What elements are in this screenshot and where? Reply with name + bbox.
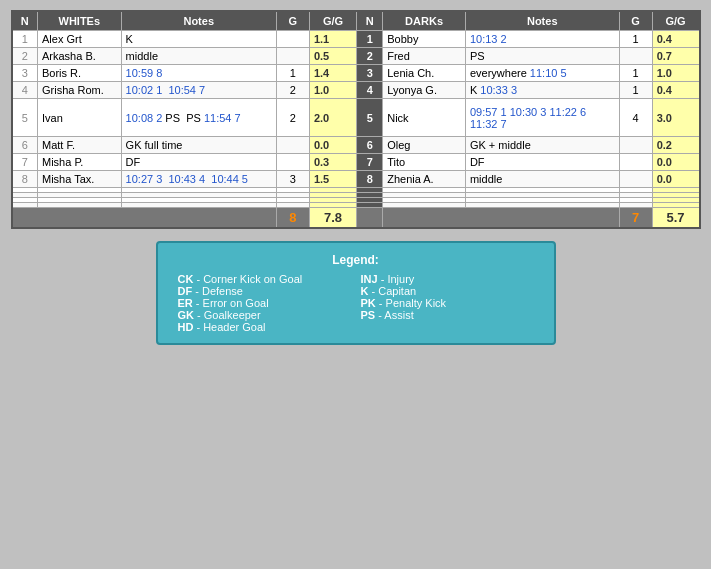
whites-n: 5 [12, 99, 38, 137]
whites-notes: middle [121, 48, 276, 65]
darks-g [619, 171, 652, 188]
whites-name: Alex Grt [38, 31, 122, 48]
legend-item-df: DF - Defense [178, 285, 351, 297]
whites-g: 2 [276, 82, 309, 99]
darks-notes: DF [465, 154, 619, 171]
darks-notes: everywhere 11:10 5 [465, 65, 619, 82]
table-row: 5 Ivan 10:08 2 PS PS 11:54 7 2 2.0 5 Nic… [12, 99, 700, 137]
whites-gg: 1.1 [309, 31, 356, 48]
whites-name: Grisha Rom. [38, 82, 122, 99]
whites-notes: 10:02 1 10:54 7 [121, 82, 276, 99]
col-header-darks-gg: G/G [652, 11, 699, 31]
whites-notes: 10:08 2 PS PS 11:54 7 [121, 99, 276, 137]
whites-gg: 0.5 [309, 48, 356, 65]
darks-g [619, 154, 652, 171]
footer-darks-goals: 7 [619, 208, 652, 229]
darks-notes: middle [465, 171, 619, 188]
whites-gg: 2.0 [309, 99, 356, 137]
whites-notes: DF [121, 154, 276, 171]
footer-darks-label [383, 208, 619, 229]
darks-name: Lenia Ch. [383, 65, 466, 82]
darks-g: 4 [619, 99, 652, 137]
darks-notes: PS [465, 48, 619, 65]
whites-notes: 10:59 8 [121, 65, 276, 82]
col-header-darks: DARKs [383, 11, 466, 31]
darks-notes: 10:13 2 [465, 31, 619, 48]
sep-n: 1 [357, 31, 383, 48]
footer-sep [357, 208, 383, 229]
legend-item-ps: PS - Assist [361, 309, 534, 321]
col-header-whites-gg: G/G [309, 11, 356, 31]
whites-n: 6 [12, 137, 38, 154]
footer-whites-goals: 8 [276, 208, 309, 229]
sep-n: 5 [357, 99, 383, 137]
whites-g: 1 [276, 65, 309, 82]
whites-g [276, 48, 309, 65]
col-header-sep: N [357, 11, 383, 31]
table-row: 8 Misha Tax. 10:27 3 10:43 4 10:44 5 3 1… [12, 171, 700, 188]
whites-notes: 10:27 3 10:43 4 10:44 5 [121, 171, 276, 188]
sep-n: 2 [357, 48, 383, 65]
whites-n: 3 [12, 65, 38, 82]
footer-whites-gg: 7.8 [309, 208, 356, 229]
darks-notes: K 10:33 3 [465, 82, 619, 99]
whites-gg: 1.0 [309, 82, 356, 99]
whites-g [276, 154, 309, 171]
sep-n: 7 [357, 154, 383, 171]
darks-name: Lyonya G. [383, 82, 466, 99]
legend-item-inj: INJ - Injury [361, 273, 534, 285]
whites-name: Ivan [38, 99, 122, 137]
whites-notes: K [121, 31, 276, 48]
darks-g: 1 [619, 65, 652, 82]
whites-name: Arkasha B. [38, 48, 122, 65]
table-row: 1 Alex Grt K 1.1 1 Bobby 10:13 2 1 0.4 [12, 31, 700, 48]
table-row: 7 Misha P. DF 0.3 7 Tito DF 0.0 [12, 154, 700, 171]
whites-n: 8 [12, 171, 38, 188]
whites-gg: 0.0 [309, 137, 356, 154]
legend-content: CK - Corner Kick on Goal DF - Defense ER… [178, 273, 534, 333]
whites-name: Misha Tax. [38, 171, 122, 188]
main-stats-table: N WHITEs Notes G G/G N DARKs Notes G G/G… [11, 10, 701, 229]
whites-g: 2 [276, 99, 309, 137]
whites-name: Boris R. [38, 65, 122, 82]
table-row: 4 Grisha Rom. 10:02 1 10:54 7 2 1.0 4 Ly… [12, 82, 700, 99]
whites-name: Matt F. [38, 137, 122, 154]
col-header-darks-g: G [619, 11, 652, 31]
col-header-whites-notes: Notes [121, 11, 276, 31]
sep-n: 6 [357, 137, 383, 154]
darks-g [619, 137, 652, 154]
whites-n: 7 [12, 154, 38, 171]
whites-g [276, 137, 309, 154]
legend-item-hd: HD - Header Goal [178, 321, 351, 333]
table-row: 6 Matt F. GK full time 0.0 6 Oleg GK + m… [12, 137, 700, 154]
darks-notes: 09:57 1 10:30 3 11:22 611:32 7 [465, 99, 619, 137]
col-header-darks-notes: Notes [465, 11, 619, 31]
whites-n: 2 [12, 48, 38, 65]
footer-whites-label [12, 208, 277, 229]
whites-name: Misha P. [38, 154, 122, 171]
darks-g: 1 [619, 31, 652, 48]
col-header-n-whites: N [12, 11, 38, 31]
legend-right: INJ - Injury K - Capitan PK - Penalty Ki… [361, 273, 534, 333]
legend-item-gk: GK - Goalkeeper [178, 309, 351, 321]
legend-item-ck: CK - Corner Kick on Goal [178, 273, 351, 285]
darks-gg: 0.4 [652, 31, 699, 48]
darks-name: Bobby [383, 31, 466, 48]
whites-gg: 0.3 [309, 154, 356, 171]
sep-n: 8 [357, 171, 383, 188]
darks-g [619, 48, 652, 65]
footer-darks-gg: 5.7 [652, 208, 699, 229]
legend-title: Legend: [178, 253, 534, 267]
legend-box: Legend: CK - Corner Kick on Goal DF - De… [156, 241, 556, 345]
darks-name: Tito [383, 154, 466, 171]
header-row: N WHITEs Notes G G/G N DARKs Notes G G/G [12, 11, 700, 31]
sep-n: 3 [357, 65, 383, 82]
footer-row: 8 7.8 7 5.7 [12, 208, 700, 229]
darks-gg: 0.2 [652, 137, 699, 154]
darks-gg: 0.0 [652, 154, 699, 171]
whites-g: 3 [276, 171, 309, 188]
whites-g [276, 31, 309, 48]
whites-notes: GK full time [121, 137, 276, 154]
darks-name: Oleg [383, 137, 466, 154]
table-row: 3 Boris R. 10:59 8 1 1.4 3 Lenia Ch. eve… [12, 65, 700, 82]
